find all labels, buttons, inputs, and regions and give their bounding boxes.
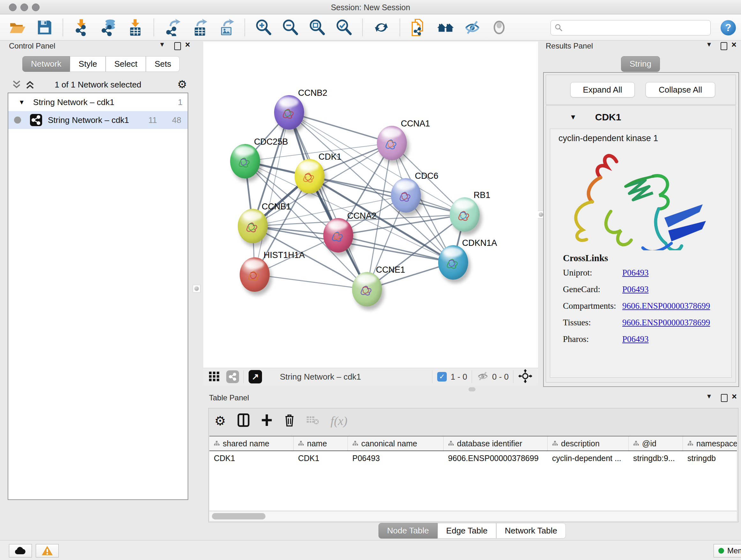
float-panel-button[interactable] bbox=[721, 42, 727, 50]
table-cell[interactable]: CDK1 bbox=[209, 451, 293, 465]
table-gear-icon[interactable]: ⚙ bbox=[214, 414, 226, 428]
hide-selected-button[interactable] bbox=[464, 19, 481, 36]
horizontal-splitter-handle[interactable] bbox=[468, 387, 475, 391]
cloud-button[interactable] bbox=[9, 544, 32, 557]
network-canvas[interactable]: CCNB2CCNA1CDC25BCDK1CDC6RB1CCNB1CCNA2CDK… bbox=[203, 42, 538, 368]
network-node-ccnb2[interactable] bbox=[274, 95, 304, 130]
zoom-selected-button[interactable] bbox=[335, 19, 353, 36]
column-header-database-identifier[interactable]: database identifier bbox=[444, 436, 548, 450]
network-node-cdc25b[interactable] bbox=[230, 144, 260, 179]
tab-select[interactable]: Select bbox=[106, 56, 146, 72]
collapse-all-button[interactable]: Collapse All bbox=[646, 82, 715, 98]
toolbar-separator bbox=[513, 370, 514, 383]
apply-preferred-layout-button[interactable] bbox=[373, 19, 390, 36]
tab-node-table[interactable]: Node Table bbox=[379, 523, 437, 539]
table-cell[interactable]: P06493 bbox=[348, 451, 444, 465]
grid-view-icon[interactable] bbox=[208, 370, 220, 383]
import-network-file-button[interactable] bbox=[73, 19, 90, 36]
crosslink-link[interactable]: P06493 bbox=[622, 285, 649, 294]
crosslink-label: Uniprot: bbox=[563, 268, 622, 278]
table-row[interactable]: CDK1CDK1P064939606.ENSP00000378699cyclin… bbox=[209, 451, 737, 465]
column-header-canonical-name[interactable]: canonical name bbox=[348, 436, 444, 450]
column-type-icon bbox=[448, 441, 454, 446]
column-header-namespace[interactable]: namespace bbox=[683, 436, 737, 450]
import-table-file-button[interactable] bbox=[127, 19, 144, 36]
external-view-icon[interactable]: ↗ bbox=[249, 370, 262, 383]
scrollbar-thumb[interactable] bbox=[212, 513, 266, 519]
zoom-out-button[interactable] bbox=[282, 19, 299, 36]
crosslink-link[interactable]: 9606.ENSP00000378699 bbox=[622, 301, 710, 311]
float-panel-button[interactable] bbox=[721, 394, 728, 402]
network-collection-row[interactable]: ▼ String Network – cdk1 1 bbox=[8, 93, 188, 111]
collapse-panel-button[interactable]: ▼ bbox=[706, 41, 712, 48]
create-column-icon[interactable] bbox=[261, 414, 273, 428]
open-button[interactable] bbox=[9, 19, 26, 36]
crosslink-row: Compartments:9606.ENSP00000378699 bbox=[563, 301, 710, 311]
network-node-cdkn1a[interactable] bbox=[438, 245, 468, 280]
expand-all-button[interactable]: Expand All bbox=[570, 82, 635, 98]
network-row[interactable]: String Network – cdk1 11 48 bbox=[8, 111, 188, 129]
network-node-cdk1[interactable] bbox=[294, 159, 325, 193]
column-header-shared-name[interactable]: shared name bbox=[209, 436, 293, 450]
export-image-button[interactable] bbox=[218, 19, 235, 36]
close-panel-button[interactable]: × bbox=[732, 392, 737, 401]
import-network-ndex-button[interactable] bbox=[410, 19, 427, 36]
show-columns-icon[interactable] bbox=[238, 414, 250, 428]
help-button[interactable]: ? bbox=[721, 20, 736, 36]
column-header-name[interactable]: name bbox=[293, 436, 348, 450]
import-network-database-button[interactable] bbox=[100, 19, 117, 36]
tab-network[interactable]: Network bbox=[22, 56, 70, 72]
network-node-cdc6[interactable] bbox=[391, 178, 421, 212]
close-panel-button[interactable]: × bbox=[731, 40, 737, 50]
table-cell[interactable]: CDK1 bbox=[293, 451, 348, 465]
crosslink-row: GeneCard:P06493 bbox=[563, 285, 710, 294]
share-view-icon[interactable] bbox=[226, 370, 239, 383]
crosslink-link[interactable]: 9606.ENSP00000378699 bbox=[622, 318, 710, 327]
cybrowser-home-button[interactable] bbox=[437, 19, 454, 36]
table-cell[interactable]: 9606.ENSP00000378699 bbox=[444, 451, 548, 465]
gear-icon[interactable]: ⚙ bbox=[178, 78, 187, 91]
fit-selected-crosshair-icon[interactable] bbox=[518, 369, 532, 384]
table-cell[interactable]: stringdb:9... bbox=[629, 451, 683, 465]
network-node-ccna1[interactable] bbox=[377, 126, 407, 160]
network-node-hist1h1a[interactable] bbox=[240, 257, 270, 292]
float-panel-button[interactable] bbox=[174, 42, 181, 50]
tab-sets[interactable]: Sets bbox=[146, 56, 180, 72]
show-all-button[interactable] bbox=[490, 19, 508, 36]
horizontal-scrollbar[interactable] bbox=[209, 511, 737, 521]
delete-column-icon[interactable] bbox=[284, 414, 295, 428]
network-node-rb1[interactable] bbox=[450, 197, 480, 232]
selected-checkbox-icon[interactable]: ✓ bbox=[437, 372, 447, 381]
network-node-ccnb1[interactable] bbox=[238, 209, 268, 243]
column-header--id[interactable]: @id bbox=[629, 436, 683, 450]
zoom-in-button[interactable] bbox=[255, 19, 272, 36]
hidden-eye-icon[interactable] bbox=[477, 371, 489, 383]
table-cell[interactable]: stringdb bbox=[683, 451, 737, 465]
save-button[interactable] bbox=[36, 19, 53, 36]
crosslink-link[interactable]: P06493 bbox=[622, 268, 649, 278]
column-header-description[interactable]: description bbox=[548, 436, 629, 450]
left-splitter-handle[interactable] bbox=[193, 285, 200, 293]
tab-style[interactable]: Style bbox=[70, 56, 106, 72]
table-cell[interactable]: cyclin-dependent ... bbox=[548, 451, 629, 465]
crosslink-link[interactable]: P06493 bbox=[622, 334, 649, 344]
tab-network-table[interactable]: Network Table bbox=[496, 523, 566, 539]
collapse-panel-button[interactable]: ▼ bbox=[706, 393, 712, 400]
protein-header-row[interactable]: ▼ CDK1 bbox=[546, 106, 736, 129]
tree-expander-icon[interactable]: ▼ bbox=[18, 99, 25, 106]
memory-button[interactable]: Memory bbox=[714, 544, 741, 557]
zoom-fit-button[interactable] bbox=[309, 19, 326, 36]
network-node-ccne1[interactable] bbox=[352, 272, 382, 307]
tab-string[interactable]: String bbox=[621, 56, 660, 72]
delete-table-icon[interactable] bbox=[307, 415, 319, 427]
collapse-section-icon[interactable]: ▼ bbox=[569, 113, 577, 121]
export-table-button[interactable] bbox=[191, 19, 208, 36]
search-input[interactable] bbox=[565, 22, 707, 33]
collapse-panel-button[interactable]: ▼ bbox=[159, 41, 165, 48]
tab-edge-table[interactable]: Edge Table bbox=[437, 523, 496, 539]
network-node-ccna2[interactable] bbox=[323, 218, 353, 253]
function-builder-icon[interactable]: f(x) bbox=[331, 414, 347, 428]
warnings-button[interactable] bbox=[36, 544, 59, 557]
close-panel-button[interactable]: × bbox=[185, 40, 190, 50]
export-network-button[interactable] bbox=[164, 19, 181, 36]
